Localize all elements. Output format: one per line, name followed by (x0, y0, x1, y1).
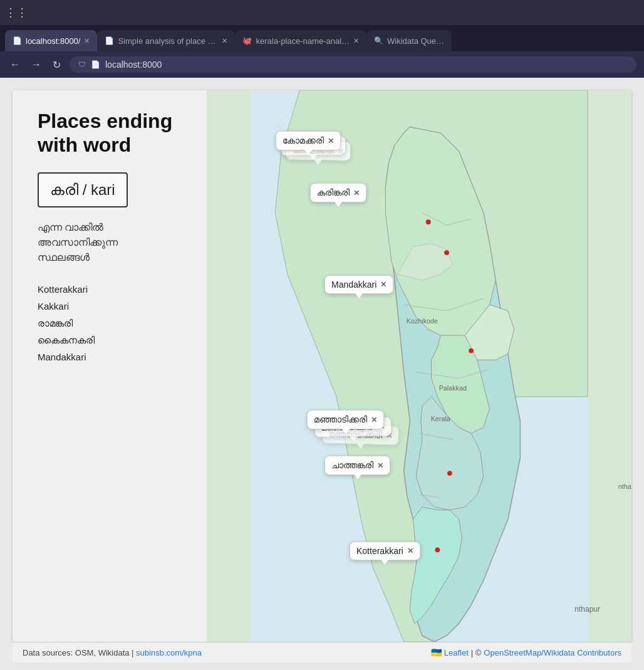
popup-karinkari-close[interactable]: ✕ (353, 189, 360, 197)
sidebar: Places ending with word കരി / kari എന്ന … (13, 90, 207, 642)
tab-analysis-icon: 📄 (105, 36, 114, 45)
forward-button[interactable]: → (29, 56, 44, 73)
footer-kpna-link[interactable]: subinsb.com/kpna (136, 648, 202, 657)
kerala-map-svg: Kozhikode Palakkad Kerala nthapur (207, 90, 631, 642)
list-item: രാമങ്കരി (38, 317, 188, 330)
svg-point-5 (426, 219, 431, 224)
popup-kotterakkari: Kotterakkari ✕ (350, 542, 420, 560)
popup-stack-north: കോമക്കരി ✕ കോമക്കരി ✕ കോമക്കരി ✕ (276, 131, 341, 150)
svg-text:Kerala: Kerala (431, 415, 450, 422)
footer-left-section: Data sources: OSM, Wikidata | subinsb.co… (23, 648, 202, 657)
page-wrapper: Places ending with word കരി / kari എന്ന … (0, 78, 644, 670)
popup-chathankari-text: ചാത്തങ്കരി (331, 460, 373, 471)
apps-icon: ⋮⋮ (5, 6, 28, 19)
popup-komakkari-text: കോമക്കരി (283, 135, 324, 146)
popup-chathankari-close[interactable]: ✕ (377, 461, 383, 470)
tab-localhost-close[interactable]: ✕ (84, 37, 90, 45)
popup-manjadikkari-close[interactable]: ✕ (371, 416, 377, 424)
description: എന്ന വാക്കിൽ അവസാനിക്കുന്ന സ്ഥലങ്ങൾ (38, 220, 188, 265)
map-label-nthapur: nthapur (574, 605, 600, 614)
svg-point-8 (447, 471, 452, 476)
list-item: Mandakkari (38, 350, 188, 364)
popup-mandakkari-text: Mandakkari (331, 280, 377, 290)
popup-mandakkari: Mandakkari ✕ (325, 275, 393, 294)
footer-datasources-text: Data sources: OSM, Wikidata | (23, 648, 136, 657)
back-button[interactable]: ← (8, 56, 23, 73)
footer-right-section: 🇺🇦 Leaflet | © OpenStreetMap/Wikidata Co… (431, 647, 621, 657)
security-icon: 🛡 (78, 60, 86, 69)
tab-github-close[interactable]: ✕ (353, 37, 359, 45)
popup-manjadikkari-text: മഞ്ഞാടിക്കരി (314, 414, 367, 425)
refresh-button[interactable]: ↻ (50, 56, 63, 73)
place-list: Kotterakkari Kakkari രാമങ്കരി കൈകനകരി Ma… (38, 283, 188, 364)
tab-wikidata-icon: 🔍 (374, 36, 383, 45)
popup-chathankari: ചാത്തങ്കരി ✕ (325, 456, 390, 475)
page-icon: 📄 (91, 60, 100, 69)
list-item: Kakkari (38, 300, 188, 313)
ukraine-flag-icon: 🇺🇦 (431, 647, 442, 657)
osm-link[interactable]: OpenStreetMap/Wikidata Contributors (484, 648, 621, 657)
svg-text:Palakkad: Palakkad (439, 384, 467, 392)
list-item: Kotterakkari (38, 283, 188, 296)
popup-komakkari-close[interactable]: ✕ (328, 137, 334, 145)
popup-stack-south: മഞ്ഞാടിക്കരി ✕ മഞ്ഞാടിക്കരി ✕ മഞ്ഞാടിക്ക… (307, 410, 384, 429)
popup-mandakkari-close[interactable]: ✕ (380, 280, 387, 289)
popup-karinkari: കരിങ്കരി ✕ (310, 183, 366, 202)
title-bar: ⋮⋮ (0, 0, 644, 25)
popup-karinkari-text: കരിങ്കരി (317, 187, 350, 198)
tab-bar: 📄 localhost:8000/ ✕ 📄 Simple analysis of… (0, 25, 644, 51)
svg-point-7 (469, 348, 474, 353)
svg-point-9 (435, 547, 440, 552)
list-item: കൈകനകരി (38, 333, 188, 347)
browser-toolbar: ← → ↻ 🛡 📄 localhost:8000 (0, 51, 644, 78)
tab-localhost[interactable]: 📄 localhost:8000/ ✕ (5, 30, 97, 51)
word-box: കരി / kari (38, 172, 128, 207)
popup-kotterakkari-text: Kotterakkari (356, 546, 403, 556)
tab-analysis[interactable]: 📄 Simple analysis of place na… ✕ (97, 30, 235, 51)
page-container: Places ending with word കരി / kari എന്ന … (13, 90, 631, 642)
tab-wikidata-label: Wikidata Que… (387, 36, 444, 46)
word-text: കരി / kari (50, 181, 115, 198)
popup-manjadikkari: മഞ്ഞാടിക്കരി ✕ (307, 410, 384, 429)
tab-analysis-close[interactable]: ✕ (222, 37, 227, 45)
svg-point-6 (444, 250, 449, 255)
map-area: Kozhikode Palakkad Kerala nthapur കോമക്ക… (207, 90, 631, 642)
address-bar[interactable]: 🛡 📄 localhost:8000 (70, 56, 636, 73)
tab-localhost-label: localhost:8000/ (26, 36, 80, 46)
page-footer: Data sources: OSM, Wikidata | subinsb.co… (13, 642, 631, 662)
leaflet-link[interactable]: Leaflet (444, 648, 469, 657)
tab-github[interactable]: 🐙 kerala-place-name-anal… ✕ (235, 30, 366, 51)
svg-text:nthapur: nthapur (618, 483, 631, 490)
tab-page-icon: 📄 (13, 36, 22, 45)
tab-github-icon: 🐙 (242, 36, 252, 45)
tab-wikidata[interactable]: 🔍 Wikidata Que… (366, 30, 452, 51)
popup-kotterakkari-close[interactable]: ✕ (407, 547, 413, 555)
footer-copyright-text: | © (471, 648, 482, 657)
page-heading: Places ending with word (38, 109, 188, 157)
svg-text:Kozhikode: Kozhikode (407, 317, 438, 325)
tab-analysis-label: Simple analysis of place na… (118, 36, 218, 46)
address-text: localhost:8000 (105, 60, 162, 70)
popup-komakkari: കോമക്കരി ✕ (276, 131, 341, 150)
tab-github-label: kerala-place-name-anal… (256, 36, 350, 46)
